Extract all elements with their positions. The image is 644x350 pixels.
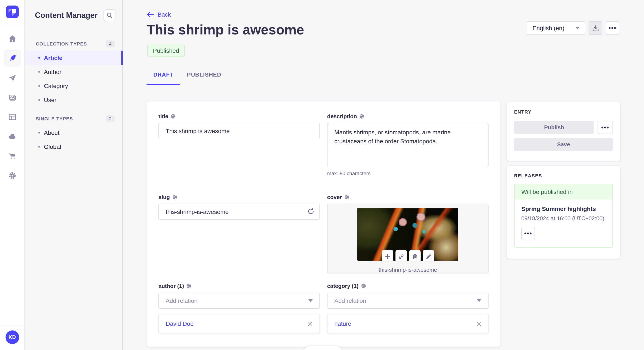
entry-panel: ENTRY Publish ••• Save [507, 102, 620, 161]
back-link[interactable]: Back [146, 11, 171, 18]
ellipsis-icon: ••• [608, 27, 616, 29]
header-actions: English (en) ••• [526, 21, 619, 35]
author-relation-select[interactable]: Add relation [158, 293, 320, 309]
chevron-down-icon [477, 299, 481, 302]
pencil-icon [425, 253, 432, 260]
feather-icon [8, 54, 16, 62]
ellipsis-icon: ••• [524, 232, 532, 235]
logo-container [0, 0, 24, 24]
nav-content-type-builder[interactable] [4, 108, 21, 126]
user-avatar[interactable]: KD [5, 331, 19, 344]
releases-panel-title: RELEASES [514, 173, 613, 178]
field-title: title [158, 113, 320, 176]
save-button[interactable]: Save [514, 138, 613, 151]
description-textarea[interactable]: Mantis shrimps, or stomatopods, are mari… [327, 123, 488, 167]
nav-content-manager[interactable] [4, 50, 21, 67]
icon-nav [4, 30, 21, 184]
section-label-single-types: SINGLE TYPES [36, 116, 73, 121]
release-name: Spring Summer highlights [521, 205, 606, 212]
sidebar-item-user[interactable]: User [25, 93, 122, 107]
field-label-text: category (1) [327, 283, 358, 289]
remove-relation-button[interactable] [308, 321, 313, 326]
more-options-button[interactable]: ••• [606, 21, 619, 35]
sidebar-item-article[interactable]: Article [25, 51, 122, 65]
download-button[interactable] [589, 21, 602, 35]
arrow-left-icon [146, 11, 154, 17]
collapse-pill-button[interactable] [304, 346, 342, 350]
delete-asset-button[interactable] [409, 250, 420, 261]
icon-sidebar: KD [0, 0, 25, 350]
nav-media-library[interactable] [4, 89, 21, 106]
divider [0, 325, 24, 325]
entry-form-card: title description Mantis shrimps, or sto… [146, 101, 500, 347]
nav-home[interactable] [4, 30, 21, 47]
publish-button[interactable]: Publish [514, 121, 594, 134]
nav-settings[interactable] [4, 167, 21, 184]
content-manager-sidebar: Content Manager COLLECTION TYPES 4 Artic… [25, 0, 123, 350]
logo-shape [12, 13, 16, 16]
page-title: This shrimp is awesome [146, 22, 304, 38]
relation-item-author: David Doe [158, 314, 320, 334]
collection-types-count-badge: 4 [106, 40, 114, 47]
globe-icon [344, 194, 350, 200]
status-badge: Published [147, 45, 185, 57]
home-icon [8, 34, 16, 43]
bullet-dot [38, 71, 40, 72]
regenerate-slug-button[interactable] [307, 207, 315, 217]
field-label-text: cover [327, 194, 342, 200]
search-button[interactable] [104, 9, 116, 21]
sidebar-item-global[interactable]: Global [25, 140, 122, 154]
nav-marketplace[interactable] [4, 148, 21, 165]
globe-icon [170, 114, 176, 119]
download-icon [592, 24, 599, 32]
tab-published[interactable]: PUBLISHED [180, 67, 228, 85]
search-icon [106, 12, 113, 19]
sidebar-item-label: Article [44, 54, 62, 61]
strapi-logo-icon[interactable] [6, 5, 18, 18]
sidebar-item-label: Category [44, 82, 68, 89]
back-label: Back [158, 11, 171, 18]
add-asset-button[interactable] [382, 250, 393, 261]
relation-link[interactable]: nature [334, 320, 351, 327]
sidebar-item-category[interactable]: Category [25, 79, 122, 93]
nav-cloud[interactable] [4, 128, 21, 145]
gear-icon [8, 172, 16, 180]
close-icon [476, 321, 481, 326]
release-more-button[interactable]: ••• [521, 227, 535, 240]
cart-icon [8, 152, 16, 160]
entry-panel-title: ENTRY [514, 109, 613, 114]
bullet-dot [38, 132, 40, 133]
field-cover: cover [327, 194, 488, 273]
relation-item-category: nature [327, 314, 488, 334]
main-content: Back This shrimp is awesome Published En… [123, 0, 644, 350]
cover-actions [382, 250, 434, 261]
cover-image[interactable] [357, 208, 458, 261]
sidebar-item-about[interactable]: About [25, 126, 122, 140]
app-window: KD Content Manager COLLECTION TYPES 4 Ar… [0, 0, 644, 350]
locale-select[interactable]: English (en) [526, 21, 585, 35]
remove-relation-button[interactable] [476, 321, 481, 326]
sidebar-item-label: Author [44, 68, 62, 75]
plus-icon [384, 253, 390, 260]
category-relation-select[interactable]: Add relation [327, 293, 488, 309]
sidebar-item-label: Global [44, 143, 61, 150]
tab-draft[interactable]: DRAFT [146, 67, 180, 85]
title-input[interactable] [158, 123, 320, 139]
divider [35, 31, 45, 31]
sidebar-item-label: About [44, 129, 60, 136]
entry-more-button[interactable]: ••• [598, 121, 613, 134]
bullet-dot [38, 146, 40, 147]
field-label-text: slug [158, 194, 170, 200]
copy-link-button[interactable] [395, 250, 407, 261]
field-category: category (1) Add relation nature [327, 283, 488, 334]
release-status: Will be published in [514, 184, 612, 199]
nav-deploy[interactable] [4, 69, 21, 86]
slug-input[interactable] [158, 204, 320, 220]
sidebar-item-author[interactable]: Author [25, 65, 122, 79]
ellipsis-icon: ••• [601, 126, 609, 129]
globe-icon [360, 283, 366, 289]
relation-link[interactable]: David Doe [166, 320, 194, 327]
edit-asset-button[interactable] [422, 250, 434, 261]
layout-icon [8, 113, 16, 121]
bullet-dot [38, 99, 40, 101]
